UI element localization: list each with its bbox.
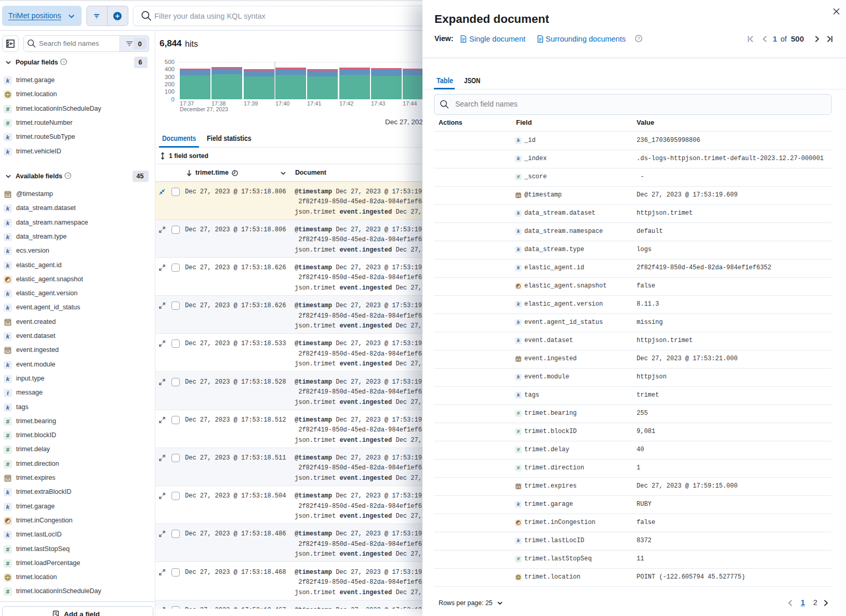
- svg-text:?: ?: [62, 60, 65, 64]
- svg-text:?: ?: [67, 174, 69, 178]
- svg-text:?: ?: [638, 36, 640, 41]
